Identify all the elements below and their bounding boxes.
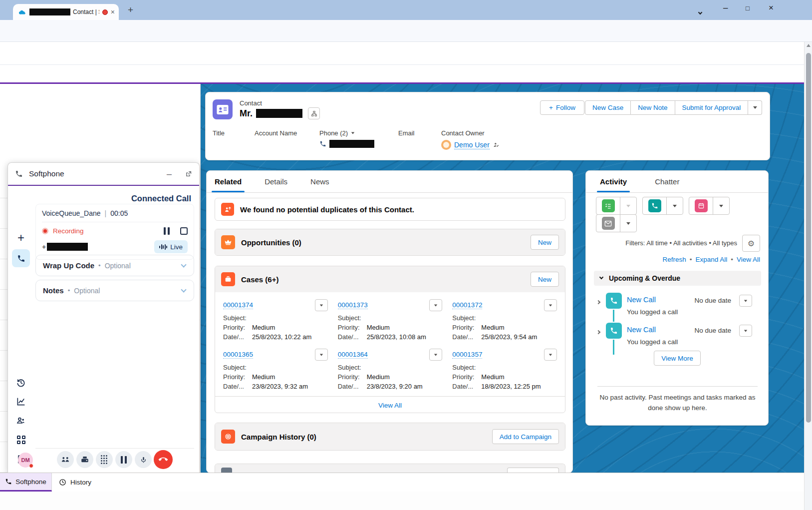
log-call-button[interactable] [643, 197, 666, 214]
case-row-menu-button[interactable] [315, 349, 328, 361]
no-past-activity-text: No past activity. Past meetings and task… [596, 392, 759, 413]
contacts-people-icon[interactable] [8, 416, 34, 426]
phone-dropdown-chevron-icon[interactable] [351, 132, 354, 134]
add-to-campaign-button[interactable]: Add to Campaign [492, 429, 559, 444]
apps-grid-icon[interactable] [8, 436, 34, 444]
case-row-menu-button[interactable] [315, 299, 328, 311]
activity-settings-gear-icon[interactable]: ⚙ [742, 235, 760, 252]
pause-recording-icon[interactable] [164, 227, 170, 235]
scroll-up-arrow-icon[interactable] [807, 44, 811, 47]
new-case-button[interactable]: New Case [585, 100, 631, 115]
owner-link[interactable]: Demo User [454, 141, 490, 149]
tab-close-icon[interactable]: × [111, 8, 115, 15]
new-note-button[interactable]: New Note [631, 100, 675, 115]
timeline-item-menu-button[interactable] [739, 325, 752, 337]
upcoming-overdue-header[interactable]: Upcoming & Overdue [594, 271, 761, 286]
expand-chevron-icon[interactable] [597, 297, 600, 306]
case-number-link[interactable]: 00001374 [223, 301, 253, 309]
new-opportunity-button[interactable]: New [531, 235, 559, 250]
tab-chatter[interactable]: Chatter [655, 177, 679, 192]
more-actions-chevron-button[interactable] [748, 100, 762, 115]
new-task-button[interactable] [596, 197, 620, 214]
scrollbar-thumb[interactable] [806, 53, 811, 423]
active-call-tab-icon[interactable] [8, 249, 34, 267]
duplicates-message: We found no potential duplicates of this… [240, 205, 414, 214]
hold-pause-button[interactable] [115, 451, 132, 468]
case-number-link[interactable]: 00001364 [338, 351, 368, 359]
page-scrollbar[interactable] [804, 42, 812, 510]
browser-tab[interactable]: Contact | Sal × [13, 4, 119, 20]
tab-details[interactable]: Details [265, 177, 287, 192]
conference-button[interactable] [57, 451, 74, 468]
case-row-menu-button[interactable] [429, 299, 442, 311]
record-name-row: Mr. [240, 107, 320, 119]
utility-softphone-tab[interactable]: Softphone [0, 473, 52, 492]
bullet: • [68, 287, 70, 294]
view-more-button[interactable]: View More [654, 351, 701, 366]
analytics-chart-icon[interactable] [8, 397, 34, 407]
record-tabs: Related Details News [207, 171, 572, 193]
case-number-link[interactable]: 00001357 [452, 351, 482, 359]
field-label: Title [213, 129, 225, 137]
stop-recording-icon[interactable] [180, 227, 188, 235]
new-tab-button[interactable]: + [128, 4, 133, 15]
view-all-cases-link[interactable]: View All [378, 402, 402, 409]
cases-header[interactable]: Cases (6+) New [215, 266, 565, 292]
chevron-down-icon[interactable] [181, 287, 186, 292]
field-label: Phone (2) [319, 129, 348, 137]
email-chevron-icon[interactable] [620, 215, 636, 232]
opportunity-icon [221, 235, 235, 249]
email-button[interactable] [596, 215, 620, 232]
tab-activity[interactable]: Activity [600, 177, 627, 192]
window-maximize-button[interactable]: □ [746, 4, 750, 12]
new-call-plus-icon[interactable]: + [8, 231, 34, 245]
wrap-up-optional-hint: Optional [105, 262, 178, 270]
campaign-header[interactable]: Campaign History (0) Add to Campaign [215, 423, 565, 450]
chevron-down-icon[interactable] [181, 262, 186, 267]
contact-record-icon [213, 99, 233, 119]
cases-title: Cases (6+) [241, 275, 525, 284]
new-event-button[interactable] [689, 197, 713, 214]
tab-news[interactable]: News [310, 177, 329, 192]
utility-history-tab[interactable]: History [59, 473, 91, 492]
case-row-menu-button[interactable] [429, 349, 442, 361]
case-row-menu-button[interactable] [544, 299, 557, 311]
end-call-button[interactable] [154, 450, 173, 469]
window-minimize-button[interactable]: – [723, 3, 728, 13]
expand-all-link[interactable]: Expand All [695, 256, 727, 263]
notes-section[interactable]: Notes • Optional [35, 280, 194, 301]
call-history-icon[interactable] [8, 378, 34, 388]
call-timer: 00:05 [110, 209, 128, 217]
case-number-link[interactable]: 00001372 [452, 301, 482, 309]
timeline-item-link[interactable]: New Call [627, 296, 656, 304]
opportunities-header[interactable]: Opportunities (0) New [215, 229, 565, 255]
case-number-link[interactable]: 00001365 [223, 351, 253, 359]
transfer-device-button[interactable] [76, 451, 93, 468]
event-chevron-icon[interactable] [713, 197, 729, 214]
tab-related[interactable]: Related [215, 177, 242, 192]
campaign-icon [221, 430, 235, 444]
caller-number-row: + Live [42, 240, 188, 253]
pop-out-icon[interactable] [185, 170, 192, 178]
window-close-button[interactable]: × [769, 3, 774, 13]
view-all-link[interactable]: View All [737, 256, 760, 263]
new-case-button[interactable]: New [531, 272, 559, 287]
dialpad-button[interactable] [96, 451, 113, 468]
minimize-icon[interactable]: – [167, 169, 172, 179]
expand-chevron-icon[interactable] [597, 327, 600, 336]
case-row-menu-button[interactable] [544, 349, 557, 361]
wrap-up-code-section[interactable]: Wrap Up Code • Optional [35, 255, 194, 276]
follow-button[interactable]: + Follow [540, 100, 584, 115]
change-owner-icon[interactable] [493, 141, 500, 148]
call-chevron-icon[interactable] [666, 197, 683, 214]
task-chevron-icon[interactable] [620, 197, 636, 214]
timeline-item-menu-button[interactable] [739, 295, 752, 307]
mute-microphone-button[interactable] [135, 451, 152, 468]
view-hierarchy-icon[interactable] [308, 107, 320, 119]
window-menu-chevron-icon[interactable] [699, 7, 702, 16]
timeline-item-link[interactable]: New Call [627, 326, 656, 334]
case-number-link[interactable]: 00001373 [338, 301, 368, 309]
submit-for-approval-button[interactable]: Submit for Approval [675, 100, 749, 115]
refresh-link[interactable]: Refresh [662, 256, 686, 263]
case-icon [221, 272, 235, 286]
